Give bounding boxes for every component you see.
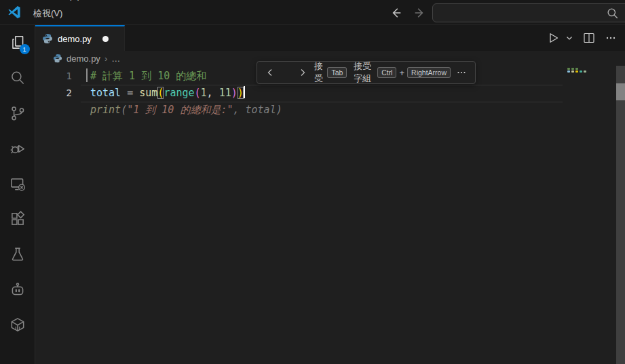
minimap-line-1	[567, 68, 578, 70]
text-cursor	[244, 86, 245, 98]
command-center-search[interactable]	[432, 3, 625, 22]
run-python-button[interactable]	[545, 30, 561, 46]
breadcrumb-separator: ›	[105, 54, 107, 64]
sidebar-item-remote-explorer[interactable]	[0, 166, 35, 201]
search-icon	[9, 69, 26, 87]
python-icon	[42, 33, 53, 44]
accept-word-button[interactable]: 接受字組	[354, 60, 375, 85]
forward-arrow-button[interactable]	[413, 5, 428, 20]
vscode-logo-icon	[7, 5, 22, 20]
chevron-down-icon	[565, 34, 573, 42]
inline-suggestion-ghost-text: print("1 到 10 的總和是:", total)	[90, 102, 282, 119]
minimap-line-2	[567, 70, 586, 73]
source-control-icon	[9, 104, 26, 122]
sidebar-item-explorer[interactable]: 1	[0, 25, 35, 60]
remote-window-icon	[9, 175, 26, 193]
container-icon	[9, 316, 26, 333]
sidebar-item-chat[interactable]	[0, 272, 35, 307]
keybinding-tab: Tab	[327, 67, 347, 78]
run-dropdown-button[interactable]	[564, 33, 575, 43]
sidebar-item-extensions[interactable]	[0, 201, 35, 237]
search-icon	[607, 7, 619, 20]
chevron-right-icon	[298, 68, 307, 77]
menu-view[interactable]: 檢視(V)	[27, 5, 86, 22]
split-editor-icon	[583, 32, 595, 44]
inline-suggestion-toolbar: 接受 Tab 接受字組 Ctrl + RightArrow	[257, 61, 476, 84]
sidebar-item-search[interactable]	[0, 60, 35, 96]
chevron-left-icon	[265, 68, 275, 77]
vscode-window: 檔案(F)編輯(E)選取項目(S)檢視(V)移至(G)執行(R)··· 1	[0, 0, 625, 364]
sidebar-item-run-debug[interactable]	[0, 131, 35, 166]
activity-bar: 1	[0, 25, 35, 364]
sidebar-item-source-control[interactable]	[0, 96, 35, 131]
title-bar: 檔案(F)編輯(E)選取項目(S)檢視(V)移至(G)執行(R)···	[0, 0, 625, 25]
breadcrumb-symbol-more[interactable]: …	[111, 54, 121, 64]
history-nav	[388, 0, 428, 25]
python-icon	[53, 54, 62, 63]
back-arrow-button[interactable]	[388, 5, 403, 20]
line-number: 2	[35, 85, 72, 102]
keybinding-plus: +	[399, 68, 404, 78]
scrollbar-thumb[interactable]	[616, 83, 625, 100]
secondary-cursor	[86, 68, 88, 82]
split-editor-button[interactable]	[582, 31, 596, 45]
accept-suggestion-button[interactable]: 接受	[314, 60, 324, 85]
sidebar-item-containers[interactable]	[0, 307, 35, 342]
tab-bar: demo.py	[35, 25, 625, 51]
previous-suggestion-button[interactable]	[264, 66, 276, 79]
editor-actions	[545, 25, 618, 51]
next-suggestion-button[interactable]	[297, 66, 309, 79]
play-icon	[546, 31, 560, 45]
keybinding-ctrl: Ctrl	[377, 67, 396, 78]
tab-label: demo.py	[58, 34, 92, 44]
sidebar-item-testing[interactable]	[0, 237, 35, 272]
vertical-scrollbar[interactable]	[616, 66, 625, 364]
suggestion-more-button[interactable]	[455, 66, 468, 79]
extensions-icon	[9, 210, 26, 228]
menu-selection[interactable]: 選取項目(S)	[27, 0, 86, 5]
more-actions-button[interactable]	[603, 31, 618, 45]
robot-icon	[9, 281, 26, 298]
code-line-1: # 計算 1 到 10 的總和	[90, 68, 206, 85]
breadcrumb-file[interactable]: demo.py	[67, 54, 100, 64]
search-input[interactable]	[433, 4, 596, 22]
minimap[interactable]	[562, 66, 615, 364]
explorer-badge: 1	[20, 44, 30, 54]
keybinding-rightarrow: RightArrow	[407, 67, 451, 78]
code-editor[interactable]: 1 2 # 計算 1 到 10 的總和 total = sum(range(1,…	[35, 66, 616, 364]
ellipsis-icon	[456, 67, 467, 78]
ellipsis-icon	[605, 32, 617, 44]
modified-dot-indicator[interactable]	[102, 36, 109, 42]
line-number: 1	[35, 68, 72, 85]
beaker-icon	[9, 245, 26, 263]
tab-demo-py[interactable]: demo.py	[35, 25, 125, 51]
debug-icon	[9, 140, 26, 157]
code-line-2: total = sum(range(1, 11))	[90, 85, 245, 102]
